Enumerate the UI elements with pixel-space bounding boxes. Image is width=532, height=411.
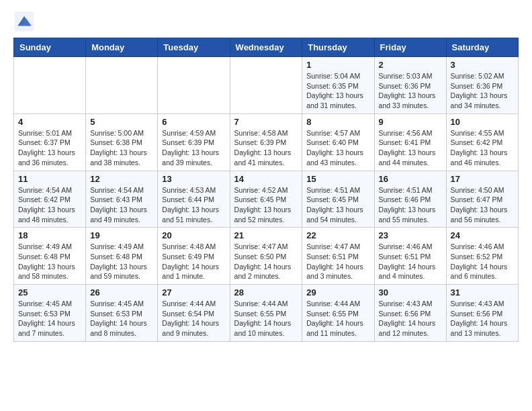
calendar-cell: 19Sunrise: 4:49 AMSunset: 6:48 PMDayligh…	[86, 228, 158, 285]
calendar-cell: 12Sunrise: 4:54 AMSunset: 6:43 PMDayligh…	[86, 171, 158, 228]
calendar-cell: 17Sunrise: 4:50 AMSunset: 6:47 PMDayligh…	[446, 171, 518, 228]
calendar-cell: 20Sunrise: 4:48 AMSunset: 6:49 PMDayligh…	[158, 228, 230, 285]
day-info: Sunrise: 4:55 AMSunset: 6:42 PMDaylight:…	[451, 128, 514, 168]
weekday-header-sunday: Sunday	[14, 38, 86, 57]
calendar-cell: 13Sunrise: 4:53 AMSunset: 6:44 PMDayligh…	[158, 171, 230, 228]
day-info: Sunrise: 4:46 AMSunset: 6:51 PMDaylight:…	[379, 242, 442, 281]
calendar-cell	[86, 57, 158, 114]
weekday-header-wednesday: Wednesday	[230, 38, 302, 57]
day-number: 8	[306, 117, 369, 127]
calendar-cell: 25Sunrise: 4:45 AMSunset: 6:53 PMDayligh…	[14, 285, 86, 342]
day-info: Sunrise: 4:50 AMSunset: 6:47 PMDaylight:…	[451, 185, 514, 225]
day-info: Sunrise: 4:57 AMSunset: 6:40 PMDaylight:…	[306, 128, 369, 168]
day-number: 21	[234, 230, 298, 240]
calendar-cell: 18Sunrise: 4:49 AMSunset: 6:48 PMDayligh…	[14, 228, 86, 285]
day-number: 3	[451, 60, 514, 70]
calendar-cell	[230, 57, 302, 114]
calendar-cell: 28Sunrise: 4:44 AMSunset: 6:55 PMDayligh…	[230, 285, 302, 342]
day-number: 24	[451, 230, 514, 240]
day-number: 1	[306, 60, 369, 70]
day-info: Sunrise: 4:49 AMSunset: 6:48 PMDaylight:…	[18, 242, 81, 281]
day-info: Sunrise: 4:56 AMSunset: 6:41 PMDaylight:…	[379, 128, 442, 168]
day-info: Sunrise: 4:48 AMSunset: 6:49 PMDaylight:…	[162, 242, 225, 281]
day-info: Sunrise: 4:47 AMSunset: 6:50 PMDaylight:…	[234, 242, 298, 281]
day-info: Sunrise: 4:46 AMSunset: 6:52 PMDaylight:…	[451, 242, 514, 281]
calendar-cell: 24Sunrise: 4:46 AMSunset: 6:52 PMDayligh…	[446, 228, 518, 285]
calendar-week-row: 1Sunrise: 5:04 AMSunset: 6:35 PMDaylight…	[14, 57, 519, 114]
calendar-cell: 4Sunrise: 5:01 AMSunset: 6:37 PMDaylight…	[14, 113, 86, 171]
logo	[13, 11, 39, 32]
calendar-cell: 31Sunrise: 4:43 AMSunset: 6:56 PMDayligh…	[446, 285, 518, 342]
day-number: 28	[234, 287, 298, 298]
calendar-cell: 5Sunrise: 5:00 AMSunset: 6:38 PMDaylight…	[86, 113, 158, 171]
day-number: 26	[90, 287, 153, 298]
calendar-cell: 2Sunrise: 5:03 AMSunset: 6:36 PMDaylight…	[374, 57, 446, 114]
day-info: Sunrise: 4:59 AMSunset: 6:39 PMDaylight:…	[162, 128, 225, 168]
day-number: 30	[379, 287, 442, 298]
calendar-cell: 26Sunrise: 4:45 AMSunset: 6:53 PMDayligh…	[86, 285, 158, 342]
day-info: Sunrise: 4:45 AMSunset: 6:53 PMDaylight:…	[90, 299, 153, 338]
calendar-cell: 1Sunrise: 5:04 AMSunset: 6:35 PMDaylight…	[302, 57, 374, 114]
day-info: Sunrise: 4:54 AMSunset: 6:43 PMDaylight:…	[90, 185, 153, 225]
day-number: 4	[18, 117, 81, 127]
weekday-header-friday: Friday	[374, 38, 446, 57]
day-info: Sunrise: 5:00 AMSunset: 6:38 PMDaylight:…	[90, 128, 153, 168]
day-info: Sunrise: 4:43 AMSunset: 6:56 PMDaylight:…	[379, 299, 442, 338]
day-number: 9	[379, 117, 442, 127]
calendar-cell: 22Sunrise: 4:47 AMSunset: 6:51 PMDayligh…	[302, 228, 374, 285]
weekday-header-tuesday: Tuesday	[158, 38, 230, 57]
day-number: 13	[162, 174, 225, 184]
calendar-cell: 11Sunrise: 4:54 AMSunset: 6:42 PMDayligh…	[14, 171, 86, 228]
day-info: Sunrise: 4:51 AMSunset: 6:45 PMDaylight:…	[306, 185, 369, 225]
calendar-cell: 27Sunrise: 4:44 AMSunset: 6:54 PMDayligh…	[158, 285, 230, 342]
day-info: Sunrise: 4:58 AMSunset: 6:39 PMDaylight:…	[234, 128, 298, 168]
day-info: Sunrise: 5:01 AMSunset: 6:37 PMDaylight:…	[18, 128, 81, 168]
weekday-header-saturday: Saturday	[446, 38, 518, 57]
day-info: Sunrise: 4:49 AMSunset: 6:48 PMDaylight:…	[90, 242, 153, 281]
day-info: Sunrise: 5:04 AMSunset: 6:35 PMDaylight:…	[306, 71, 369, 111]
day-info: Sunrise: 4:47 AMSunset: 6:51 PMDaylight:…	[306, 242, 369, 281]
calendar-cell: 15Sunrise: 4:51 AMSunset: 6:45 PMDayligh…	[302, 171, 374, 228]
page-header	[13, 11, 519, 32]
day-info: Sunrise: 4:45 AMSunset: 6:53 PMDaylight:…	[18, 299, 81, 338]
calendar-cell: 7Sunrise: 4:58 AMSunset: 6:39 PMDaylight…	[230, 113, 302, 171]
calendar-cell: 8Sunrise: 4:57 AMSunset: 6:40 PMDaylight…	[302, 113, 374, 171]
day-number: 29	[306, 287, 369, 298]
calendar-cell	[14, 57, 86, 114]
weekday-header-monday: Monday	[86, 38, 158, 57]
day-info: Sunrise: 4:52 AMSunset: 6:45 PMDaylight:…	[234, 185, 298, 225]
day-number: 2	[379, 60, 442, 70]
calendar-header-row: SundayMondayTuesdayWednesdayThursdayFrid…	[14, 38, 519, 57]
day-info: Sunrise: 4:54 AMSunset: 6:42 PMDaylight:…	[18, 185, 81, 225]
day-info: Sunrise: 4:44 AMSunset: 6:55 PMDaylight:…	[306, 299, 369, 338]
weekday-header-thursday: Thursday	[302, 38, 374, 57]
day-number: 20	[162, 230, 225, 240]
calendar-cell: 21Sunrise: 4:47 AMSunset: 6:50 PMDayligh…	[230, 228, 302, 285]
day-number: 5	[90, 117, 153, 127]
calendar-week-row: 18Sunrise: 4:49 AMSunset: 6:48 PMDayligh…	[14, 228, 519, 285]
day-info: Sunrise: 4:53 AMSunset: 6:44 PMDaylight:…	[162, 185, 225, 225]
calendar-week-row: 4Sunrise: 5:01 AMSunset: 6:37 PMDaylight…	[14, 113, 519, 171]
day-number: 18	[18, 230, 81, 240]
day-number: 17	[451, 174, 514, 184]
day-number: 22	[306, 230, 369, 240]
day-number: 11	[18, 174, 81, 184]
day-info: Sunrise: 5:02 AMSunset: 6:36 PMDaylight:…	[451, 71, 514, 111]
calendar-cell	[158, 57, 230, 114]
day-number: 23	[379, 230, 442, 240]
calendar-cell: 30Sunrise: 4:43 AMSunset: 6:56 PMDayligh…	[374, 285, 446, 342]
day-info: Sunrise: 4:43 AMSunset: 6:56 PMDaylight:…	[451, 299, 514, 338]
day-number: 15	[306, 174, 369, 184]
day-number: 7	[234, 117, 298, 127]
day-number: 25	[18, 287, 81, 298]
calendar-cell: 23Sunrise: 4:46 AMSunset: 6:51 PMDayligh…	[374, 228, 446, 285]
day-info: Sunrise: 4:51 AMSunset: 6:46 PMDaylight:…	[379, 185, 442, 225]
day-number: 19	[90, 230, 153, 240]
calendar-cell: 14Sunrise: 4:52 AMSunset: 6:45 PMDayligh…	[230, 171, 302, 228]
day-info: Sunrise: 4:44 AMSunset: 6:54 PMDaylight:…	[162, 299, 225, 338]
day-number: 27	[162, 287, 225, 298]
day-number: 31	[451, 287, 514, 298]
calendar-table: SundayMondayTuesdayWednesdayThursdayFrid…	[13, 38, 519, 342]
day-number: 12	[90, 174, 153, 184]
calendar-week-row: 25Sunrise: 4:45 AMSunset: 6:53 PMDayligh…	[14, 285, 519, 342]
